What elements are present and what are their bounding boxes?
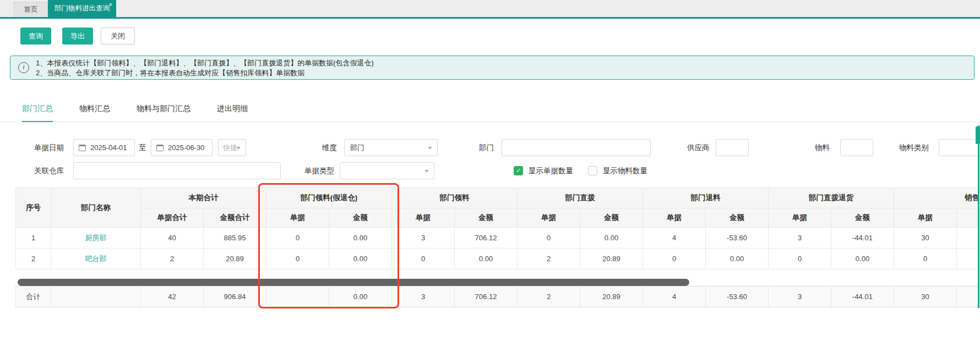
view-tabs: 部门汇总物料汇总物料与部门汇总进出明细 — [22, 104, 248, 122]
material-field[interactable] — [840, 139, 873, 156]
chevron-down-icon — [236, 147, 241, 150]
supplier-field[interactable] — [716, 139, 749, 156]
cell: 20.89 — [580, 249, 643, 269]
cell: 0.00 — [455, 249, 518, 269]
window-tab-active[interactable]: 部门物料进出查询× — [48, 0, 116, 17]
material-category-label: 物料类别 — [899, 139, 929, 156]
total-cell: -44.01 — [831, 286, 894, 307]
chevron-down-icon — [424, 170, 429, 173]
cell — [957, 228, 980, 249]
dept-name-link[interactable]: 厨房部 — [85, 234, 107, 242]
close-icon[interactable]: × — [109, 1, 112, 8]
department-label: 部门 — [479, 139, 494, 156]
quick-range-select[interactable]: 快捷 — [218, 139, 246, 156]
total-cell — [266, 286, 329, 307]
notice-box: i 1、本报表仅统计【部门领料】、【部门退料】、【部门直拨】、【部门直拨退货】的… — [10, 56, 974, 80]
sub-header-6-1: 金额 — [957, 208, 980, 228]
dimension-value: 部门 — [345, 143, 364, 153]
sub-header-1-0: 单据 — [266, 208, 329, 228]
cell: 0 — [392, 249, 455, 269]
material-category-field[interactable] — [939, 139, 980, 156]
view-tab-2[interactable]: 物料与部门汇总 — [137, 104, 190, 122]
info-icon: i — [18, 62, 29, 73]
cell: 0 — [266, 228, 329, 249]
sub-header-0-1: 金额合计 — [204, 208, 266, 228]
total-cell: 0.00 — [329, 286, 392, 307]
date-range-separator: 至 — [139, 139, 146, 156]
cell: 0 — [769, 249, 831, 269]
cell: 4 — [643, 228, 706, 249]
dept-name-link[interactable]: 吧台部 — [85, 255, 107, 263]
cell: 0.00 — [580, 228, 643, 249]
sub-header-3-1: 金额 — [580, 208, 643, 228]
cell: 0.00 — [706, 249, 769, 269]
query-button[interactable]: 查询 — [20, 27, 51, 45]
doc-type-label: 单据类型 — [304, 162, 334, 179]
sub-header-2-1: 金额 — [455, 208, 518, 228]
material-label: 物料 — [815, 139, 830, 156]
view-tab-1[interactable]: 物料汇总 — [79, 104, 110, 122]
cell: -44.01 — [831, 228, 894, 249]
sub-header-2-0: 单据 — [392, 208, 455, 228]
row-dept-name: 吧台部 — [51, 249, 141, 269]
cell: 0 — [518, 228, 580, 249]
material-input[interactable] — [841, 140, 873, 156]
dimension-label: 维度 — [322, 139, 337, 156]
horizontal-scrollbar[interactable] — [18, 279, 689, 286]
group-header-1: 部门领料(假退仓) — [266, 188, 392, 208]
doc-type-select[interactable] — [340, 162, 434, 179]
summary-table: 序号部门名称本期合计部门领料(假退仓)部门领料部门直拨部门退料部门直拨退货销售扣… — [15, 187, 979, 269]
total-row: 合计42906.840.003706.12220.894-53.603-44.0… — [16, 286, 980, 307]
warehouse-input[interactable] — [74, 163, 280, 179]
cell: 0.00 — [329, 249, 392, 269]
total-cell: 3 — [392, 286, 455, 307]
department-input[interactable] — [502, 140, 650, 156]
sub-header-0-0: 单据合计 — [141, 208, 204, 228]
date-to-input[interactable]: 2025-06-30 — [151, 139, 213, 156]
cell: 3 — [769, 228, 831, 249]
cell: -53.60 — [706, 228, 769, 249]
department-field[interactable] — [502, 139, 651, 156]
table-row: 1厨房部40885.9500.003706.1200.004-53.603-44… — [16, 228, 980, 249]
total-cell: 706.12 — [455, 286, 518, 307]
sub-header-5-1: 金额 — [831, 208, 894, 228]
date-from-input[interactable]: 2025-04-01 — [73, 139, 135, 156]
cell — [957, 249, 980, 269]
cell: 30 — [894, 228, 957, 249]
material-category-input[interactable] — [939, 140, 980, 156]
cell: 706.12 — [455, 228, 518, 249]
group-header-3: 部门直拨 — [518, 188, 643, 208]
sub-header-5-0: 单据 — [769, 208, 831, 228]
warehouse-field[interactable] — [73, 162, 281, 179]
cell: 0 — [266, 249, 329, 269]
vertical-scrollbar-track — [978, 125, 979, 308]
close-button[interactable]: 关闭 — [101, 27, 135, 45]
window-tab-home[interactable]: 首页 — [14, 2, 48, 17]
view-tab-3[interactable]: 进出明细 — [217, 104, 248, 122]
view-tab-0[interactable]: 部门汇总 — [22, 104, 53, 122]
dimension-select[interactable]: 部门 — [344, 139, 438, 156]
supplier-label: 供应商 — [687, 139, 710, 156]
column-header-seq: 序号 — [16, 188, 51, 228]
total-cell: 906.84 — [204, 286, 266, 307]
cell: 0 — [643, 249, 706, 269]
group-header-2: 部门领料 — [392, 188, 518, 208]
column-header-dept-name: 部门名称 — [51, 188, 141, 228]
supplier-input[interactable] — [716, 140, 748, 156]
export-button[interactable]: 导出 — [62, 27, 93, 45]
chevron-down-icon — [428, 147, 432, 150]
total-label: 合计 — [16, 286, 51, 307]
sub-header-3-0: 单据 — [518, 208, 580, 228]
cell: 2 — [141, 249, 204, 269]
checked-checkbox[interactable]: ✓ — [514, 166, 523, 175]
summary-table-total-row: 合计42906.840.003706.12220.894-53.603-44.0… — [15, 286, 979, 307]
vertical-scrollbar[interactable] — [976, 126, 980, 144]
total-dept-name — [51, 286, 141, 307]
date-from-value: 2025-04-01 — [86, 144, 127, 152]
row-dept-name: 厨房部 — [51, 228, 141, 249]
quick-range-value: 快捷 — [219, 143, 237, 153]
cell: 20.89 — [204, 249, 266, 269]
row-seq: 1 — [16, 228, 51, 249]
unchecked-checkbox[interactable] — [588, 166, 597, 175]
total-cell: 20.89 — [580, 286, 643, 307]
